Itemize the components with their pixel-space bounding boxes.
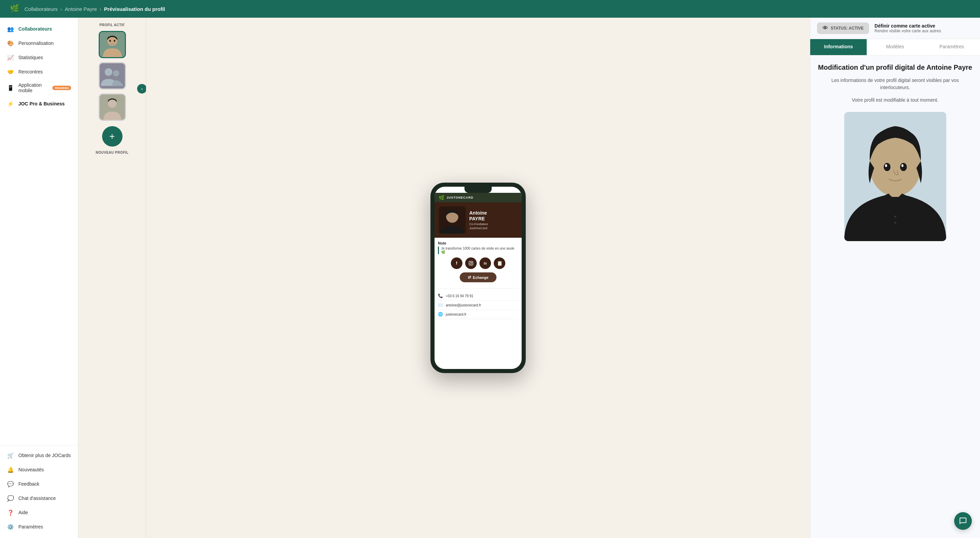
content-desc2: Votre profil est modifiable à tout momen… — [852, 97, 938, 104]
breadcrumb-item-2[interactable]: Antoine Payre — [65, 6, 97, 12]
tab-modeles-label: Modèles — [886, 44, 904, 49]
bolt-icon: ⚡ — [7, 100, 14, 108]
logo[interactable]: 🌿 — [8, 3, 21, 15]
status-label: STATUS: ACTIVE — [830, 26, 864, 30]
tab-informations[interactable]: Informations — [810, 39, 867, 55]
status-bar: 👁 STATUS: ACTIVE Définir comme carte act… — [810, 18, 980, 39]
sidebar-label-joc-pro: JOC Pro & Business — [18, 101, 65, 106]
phone-frame: 🌿 JUSTONECARD Antoine — [430, 183, 526, 373]
card-btn[interactable]: 📋 — [494, 257, 505, 269]
svg-point-18 — [870, 136, 921, 196]
website-icon: 🌐 — [438, 312, 443, 317]
sidebar: 👥 Collaborateurs 🎨 Personnalisation 📈 St… — [0, 18, 78, 538]
sidebar-label-statistiques: Statistiques — [18, 55, 43, 60]
sidebar-label-aide: Aide — [18, 510, 28, 515]
personnalisation-icon: 🎨 — [7, 40, 14, 47]
brand-name: JUSTONECARD — [447, 196, 473, 199]
exchange-icon: ⇄ — [468, 275, 471, 279]
sidebar-item-application[interactable]: 📱 Application mobile nouveau — [0, 79, 78, 97]
tabs: Informations Modèles Paramètres — [810, 39, 980, 56]
profile-thumb-2[interactable] — [99, 62, 126, 89]
svg-point-23 — [894, 216, 896, 217]
svg-text:🌿: 🌿 — [10, 4, 19, 13]
linkedin-btn[interactable]: in — [479, 257, 491, 269]
sidebar-label-nouveautes: Nouveautés — [18, 467, 44, 472]
statistiques-icon: 📈 — [7, 54, 14, 61]
svg-point-22 — [901, 164, 904, 167]
cta-title: Définir comme carte active — [875, 23, 941, 29]
tab-modeles[interactable]: Modèles — [867, 39, 923, 55]
phone-brand-bar: 🌿 JUSTONECARD — [434, 193, 522, 202]
phone-screen: 🌿 JUSTONECARD Antoine — [434, 187, 522, 369]
nouveautes-icon: 🔔 — [7, 466, 14, 473]
tab-parametres-label: Paramètres — [940, 44, 964, 49]
phone-card-header: Antoine PAYRE Co-Fondateur JustOneCard — [434, 202, 522, 238]
phone-avatar — [439, 206, 466, 233]
sidebar-item-obtenir[interactable]: 🛒 Obtenir plus de JOCards — [0, 448, 78, 462]
chat-icon: 💭 — [7, 495, 14, 502]
sidebar-divider — [0, 445, 78, 446]
svg-point-15 — [472, 262, 472, 263]
profile-thumb-1[interactable] — [99, 31, 126, 58]
sidebar-item-statistiques[interactable]: 📈 Statistiques — [0, 50, 78, 65]
instagram-btn[interactable] — [465, 257, 477, 269]
breadcrumb-item-1[interactable]: Collaborateurs — [24, 6, 58, 12]
active-profile-label: PROFIL ACTIF — [99, 23, 124, 27]
phone-last-name: PAYRE — [469, 216, 488, 222]
content-desc1: Les informations de votre profil digital… — [817, 77, 973, 91]
svg-point-24 — [894, 222, 896, 224]
svg-rect-13 — [469, 261, 473, 265]
breadcrumb-sep-2: › — [100, 6, 102, 12]
tab-parametres[interactable]: Paramètres — [924, 39, 980, 55]
breadcrumb-sep-1: › — [60, 6, 62, 12]
exchange-button[interactable]: ⇄ Echange — [460, 272, 497, 282]
sidebar-label-collaborateurs: Collaborateurs — [18, 26, 52, 32]
sidebar-item-parametres[interactable]: ⚙️ Paramètres — [0, 520, 78, 534]
sidebar-item-feedback[interactable]: 💬 Feedback — [0, 477, 78, 491]
status-info: Définir comme carte active Rendre visibl… — [875, 23, 941, 33]
phone-preview-area: 🌿 JUSTONECARD Antoine — [146, 18, 810, 538]
tab-informations-label: Informations — [824, 44, 853, 49]
svg-point-21 — [885, 164, 887, 167]
new-badge: nouveau — [52, 86, 71, 90]
svg-point-14 — [470, 262, 472, 264]
breadcrumb-item-3: Prévisualisation du profil — [104, 6, 165, 12]
exchange-label: Echange — [473, 275, 488, 279]
sidebar-label-rencontres: Rencontres — [18, 69, 43, 75]
nav-arrow[interactable]: › — [137, 84, 146, 94]
sidebar-item-nouveautes[interactable]: 🔔 Nouveautés — [0, 462, 78, 477]
sidebar-item-chat[interactable]: 💭 Chat d'assistance — [0, 491, 78, 505]
sidebar-item-personnalisation[interactable]: 🎨 Personnalisation — [0, 36, 78, 50]
right-panel: 👁 STATUS: ACTIVE Définir comme carte act… — [810, 18, 980, 538]
profile-photo-large — [844, 112, 946, 241]
facebook-btn[interactable]: f — [451, 257, 463, 269]
right-content: Modification d'un profil digital de Anto… — [810, 56, 980, 249]
sidebar-item-aide[interactable]: ❓ Aide — [0, 505, 78, 520]
feedback-icon: 💬 — [7, 480, 14, 488]
profile-thumb-3[interactable] — [99, 94, 126, 121]
svg-point-8 — [113, 70, 119, 76]
website-url: justonecard.fr — [446, 313, 466, 316]
svg-point-7 — [105, 68, 112, 76]
new-profile-button[interactable]: + — [102, 126, 123, 147]
sidebar-item-collaborateurs[interactable]: 👥 Collaborateurs — [0, 22, 78, 36]
sidebar-item-joc-pro[interactable]: ⚡ JOC Pro & Business — [0, 97, 78, 111]
new-profile-label: NOUVEAU PROFIL — [95, 151, 128, 154]
phone-number: +33 6 16 94 79 91 — [446, 294, 473, 298]
phone-icon: 📞 — [438, 294, 443, 298]
phone-contacts: 📞 +33 6 16 94 79 91 ✉️ antoine@justoneca… — [438, 288, 518, 319]
top-nav: 🌿 Collaborateurs › Antoine Payre › Prévi… — [0, 0, 980, 18]
content-title: Modification d'un profil digital de Anto… — [818, 63, 972, 71]
sidebar-item-rencontres[interactable]: 🤝 Rencontres — [0, 65, 78, 79]
chat-fab-button[interactable] — [954, 512, 972, 530]
phone-role: Co-Fondateur — [469, 222, 488, 226]
note-title: Note — [438, 241, 518, 245]
sidebar-label-personnalisation: Personnalisation — [18, 40, 54, 46]
svg-point-5 — [114, 40, 115, 42]
svg-point-4 — [109, 40, 111, 42]
collaborateurs-icon: 👥 — [7, 25, 14, 33]
phone-person-info: Antoine PAYRE Co-Fondateur JustOneCard — [469, 210, 488, 230]
contact-website: 🌐 justonecard.fr — [438, 310, 518, 319]
aide-icon: ❓ — [7, 509, 14, 516]
status-badge[interactable]: 👁 STATUS: ACTIVE — [817, 22, 869, 34]
